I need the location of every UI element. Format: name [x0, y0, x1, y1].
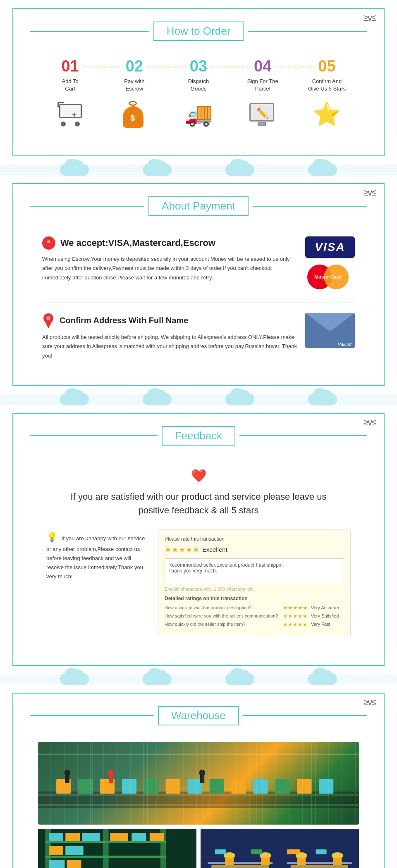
- payment-divider: [42, 302, 355, 303]
- detail-ans-2: Very Satisfied: [311, 613, 344, 618]
- cloud-7: [225, 393, 254, 405]
- svg-point-1: [47, 240, 50, 243]
- step-2-icon: $: [118, 98, 151, 131]
- accept-content: We accept:VISA,Mastercard,Escrow When us…: [42, 236, 297, 282]
- feedback-headline-text: If you are satisfied with our product an…: [55, 490, 342, 517]
- bag-dollar: $: [130, 113, 135, 123]
- step-4-label: Sign For TheParcel: [247, 78, 278, 93]
- section3-title: Feedback: [162, 426, 235, 446]
- excellent-label: Excellent: [202, 546, 227, 553]
- address-heading: Confirm Address With Full Name: [60, 316, 188, 325]
- heart-icon: ❤️: [191, 466, 206, 485]
- svg-rect-51: [110, 833, 128, 841]
- truck-icon: 🚚: [184, 101, 213, 128]
- section1-header: How to Order: [30, 21, 367, 41]
- svg-rect-38: [103, 829, 109, 868]
- cart-wheel-right: [75, 122, 80, 126]
- steps-container: 01 Add ToCart + 02 Pay withEscrow: [30, 53, 367, 139]
- section2-header: About Payment: [30, 196, 367, 216]
- accept-row: We accept:VISA,Mastercard,Escrow When us…: [30, 228, 367, 300]
- svg-rect-62: [261, 858, 270, 865]
- warehouse-main-img: [38, 742, 359, 825]
- step-5-icon: ⭐: [310, 98, 343, 131]
- envelope-container: Vakind: [305, 313, 355, 350]
- screen-pencil: ✏️: [256, 107, 269, 119]
- detail-stars-2: ★★★★★: [283, 613, 308, 619]
- svg-point-4: [46, 316, 50, 320]
- cart-icon: +: [56, 102, 85, 126]
- cloud-6: [143, 393, 172, 405]
- cloud-4: [308, 164, 337, 176]
- step-1-number: 01: [61, 57, 79, 75]
- svg-rect-40: [45, 841, 166, 843]
- detailed-row-2: How satisfied were you with the seller's…: [165, 613, 344, 619]
- address-content: Confirm Address With Full Name All produ…: [42, 313, 297, 360]
- feedback-card: Please rate this transaction ★★★★★ Excel…: [158, 529, 351, 636]
- step-1: 01 Add ToCart +: [38, 57, 102, 131]
- cloud-separator-1: [0, 165, 397, 175]
- detail-stars-1: ★★★★★: [283, 605, 308, 611]
- pin-svg: [42, 313, 55, 329]
- step-1-label: Add ToCart: [62, 78, 78, 93]
- pin-icon: [42, 313, 55, 328]
- review-box: Recommended seller.Excellent product.Fas…: [165, 558, 344, 583]
- svg-rect-52: [132, 833, 146, 841]
- payment-logos: VISA MasterCard: [305, 236, 355, 292]
- cloud-10: [143, 673, 172, 685]
- screen-stand: [258, 122, 266, 126]
- step-5-number: 05: [318, 57, 335, 75]
- svg-rect-50: [67, 860, 81, 868]
- how-to-order-section: ≥v≤ How to Order 01 Add ToCart + 0: [12, 8, 385, 156]
- svg-rect-72: [291, 865, 348, 868]
- visa-logo: VISA: [305, 236, 355, 258]
- cloud-1: [60, 164, 89, 176]
- detailed-row-3: How quickly did the seller ship the item…: [165, 621, 344, 627]
- visa-text: VISA: [315, 241, 345, 253]
- svg-rect-46: [82, 833, 100, 841]
- step-4-number: 04: [254, 57, 271, 75]
- shelf-svg: [38, 829, 196, 868]
- cloud-11: [225, 673, 254, 685]
- section1-title: How to Order: [153, 21, 244, 41]
- chars-left: English characters only, 1,000 charcters…: [165, 587, 344, 591]
- cloud-separator-2: [0, 394, 397, 405]
- detail-q2: How satisfied were you with the seller's…: [165, 613, 280, 618]
- about-payment-section: ≥v≤ About Payment We accept:VISA,Masterc…: [12, 183, 385, 386]
- warehouse-row-1: [38, 829, 359, 868]
- svg-rect-53: [150, 833, 164, 841]
- step-3-icon: 🚚: [182, 98, 215, 131]
- bag-knot: [129, 101, 137, 106]
- step-4: 04 Sign For TheParcel ✏️: [231, 57, 295, 131]
- cloud-separator-3: [0, 674, 397, 684]
- detail-ans-1: Very Accurate: [311, 605, 344, 610]
- step-4-icon: ✏️: [246, 98, 279, 131]
- feedback-section: ≥v≤ Feedback ❤️ If you are satisfied wit…: [12, 413, 385, 666]
- svg-rect-48: [65, 846, 84, 855]
- step-2-label: Pay withEscrow: [124, 78, 144, 93]
- warehouse-img-shelves: [38, 829, 196, 868]
- svg-rect-41: [45, 856, 166, 858]
- detailed-title: Detailed ratings on this transaction: [165, 596, 344, 601]
- svg-rect-44: [49, 833, 63, 841]
- bulb-icon: 💡: [46, 532, 57, 542]
- bag-icon: $: [123, 101, 146, 128]
- accept-icon: [42, 236, 55, 250]
- svg-rect-68: [251, 849, 262, 854]
- step-1-icon: +: [54, 98, 87, 131]
- svg-rect-49: [49, 860, 65, 868]
- env-label: Vakind: [338, 342, 352, 347]
- step-2: 02 Pay withEscrow $: [102, 57, 166, 131]
- svg-rect-64: [297, 858, 306, 865]
- address-text: All products will be tested strictly bef…: [42, 333, 297, 360]
- feedback-unhappy-content: If you are unhappy with our service or a…: [46, 535, 145, 580]
- warehouse-images: [30, 738, 367, 868]
- svg-rect-60: [225, 858, 234, 865]
- step-3-number: 03: [190, 57, 207, 75]
- detailed-row-1: How accurate was the product description…: [165, 605, 344, 611]
- section4-header: Warehouse: [30, 706, 367, 725]
- section2-title: About Payment: [148, 196, 249, 216]
- svg-rect-56: [287, 862, 352, 864]
- cloud-8: [308, 393, 337, 405]
- svg-marker-5: [45, 322, 52, 329]
- step-3-label: DispatchGoods: [188, 78, 209, 93]
